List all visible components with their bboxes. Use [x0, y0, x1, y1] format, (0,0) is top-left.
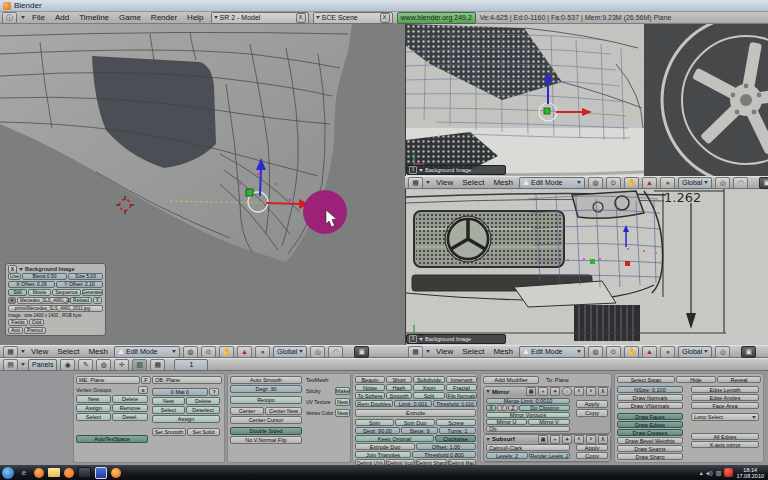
- still-button[interactable]: Still: [8, 289, 27, 296]
- firefox-icon[interactable]: [111, 468, 121, 478]
- image-unlink-button[interactable]: X: [93, 297, 102, 304]
- anti-button[interactable]: Anti: [8, 327, 23, 334]
- autotexspace-button[interactable]: AutoTexSpace: [76, 435, 148, 443]
- edit-toggle-icon[interactable]: +: [538, 387, 548, 396]
- menu-select[interactable]: Select: [459, 347, 487, 356]
- scene-selector[interactable]: SCE Scene X: [313, 12, 393, 24]
- set-solid-button[interactable]: Set Solid: [187, 428, 220, 436]
- menu-timeline[interactable]: Timeline: [76, 13, 112, 22]
- rem-doubles-button[interactable]: Rem Doubles: [355, 400, 393, 407]
- center-button[interactable]: Center: [230, 407, 264, 415]
- editing-context-icon[interactable]: ▧: [132, 359, 147, 371]
- window-type-icon[interactable]: ⓘ: [2, 12, 17, 24]
- subsurf-type-dropdown[interactable]: Catmull-Clark: [486, 444, 570, 451]
- material-deselect-button[interactable]: Deselect: [186, 406, 220, 414]
- panel-expand-icon[interactable]: [419, 169, 423, 172]
- menu-help[interactable]: Help: [184, 13, 206, 22]
- panel-expand-icon[interactable]: [419, 338, 423, 341]
- mirror-ob-field[interactable]: Ob:: [486, 426, 570, 432]
- explorer-folder-icon[interactable]: [48, 468, 60, 477]
- panel-close-icon[interactable]: X: [409, 335, 417, 343]
- mode-dropdown[interactable]: Edit Mode: [519, 177, 585, 189]
- turns-field[interactable]: Turns: 1: [439, 427, 476, 434]
- orientation-dropdown[interactable]: Global: [273, 346, 307, 358]
- spin-button[interactable]: Spin: [355, 419, 394, 426]
- media-player-icon[interactable]: [34, 468, 44, 478]
- odd-button[interactable]: Odd: [29, 319, 44, 326]
- add-modifier-button[interactable]: Add Modifier: [483, 376, 539, 384]
- draw-sharp-button[interactable]: Draw Sharp: [617, 453, 683, 460]
- spin-degr-field[interactable]: Degr: 90.00: [355, 427, 400, 434]
- manipulator-hand-icon[interactable]: ✋: [219, 346, 234, 358]
- draw-mode-icon[interactable]: ◍: [588, 346, 603, 358]
- mirror-z-button[interactable]: Z: [508, 405, 518, 411]
- noise-button[interactable]: Noise: [355, 384, 385, 391]
- draw-edges-button[interactable]: Draw Edges: [617, 421, 683, 428]
- background-image-collapsed[interactable]: X Background Image: [406, 334, 506, 344]
- limit-field[interactable]: Limit: 0.001: [394, 400, 432, 407]
- material-index-field[interactable]: 0 Mat 0: [152, 388, 208, 396]
- generated-button[interactable]: Generated: [82, 289, 103, 296]
- steps-field[interactable]: Steps: 9: [401, 427, 438, 434]
- vertex-color-new-button[interactable]: New: [335, 409, 350, 417]
- pivot-icon[interactable]: ⊙: [606, 177, 621, 189]
- scene-close-icon[interactable]: X: [380, 13, 390, 23]
- scene-browse-icon[interactable]: [316, 16, 320, 19]
- material-select-button[interactable]: Select: [152, 406, 185, 414]
- material-assign-button[interactable]: Assign: [152, 415, 220, 423]
- center-new-button[interactable]: Center New: [265, 407, 302, 415]
- snap-icon[interactable]: ◎: [310, 346, 325, 358]
- mirror-apply-button[interactable]: Apply: [576, 400, 608, 408]
- display-toggle-icon[interactable]: ✦: [550, 387, 560, 396]
- move-up-icon[interactable]: ˄: [574, 387, 584, 396]
- auto-smooth-button[interactable]: Auto Smooth: [230, 376, 302, 384]
- fields-button[interactable]: Fields: [8, 319, 28, 326]
- mode-dropdown[interactable]: Edit Mode: [519, 346, 585, 358]
- no-vnormal-flip-button[interactable]: No V.Normal Flip: [230, 436, 302, 444]
- move-down-icon[interactable]: ˅: [586, 387, 596, 396]
- edit-toggle-icon[interactable]: +: [550, 435, 560, 444]
- merge-limit-field[interactable]: Merge Limit: 0.0010: [486, 398, 570, 404]
- menu-mesh[interactable]: Mesh: [490, 347, 516, 356]
- mirror-vgroups-button[interactable]: Mirror Vgroups: [486, 412, 570, 418]
- menu-game[interactable]: Game: [116, 13, 144, 22]
- proportional-edit-icon[interactable]: ◠: [733, 177, 748, 189]
- fractal-button[interactable]: Fractal: [446, 384, 477, 391]
- draw-faces-button[interactable]: Draw Faces: [617, 413, 683, 420]
- menu-view[interactable]: View: [433, 178, 456, 187]
- to-sphere-button[interactable]: To Sphere: [355, 392, 385, 399]
- join-threshold-field[interactable]: Threshold 0.800: [412, 451, 476, 458]
- spin-dup-button[interactable]: Spin Dup: [395, 419, 435, 426]
- menu-view[interactable]: View: [433, 347, 456, 356]
- vertex-groups-menu-icon[interactable]: ≡: [138, 386, 148, 394]
- script-context-icon[interactable]: ✎: [78, 359, 93, 371]
- snap-icon[interactable]: ◎: [715, 346, 730, 358]
- snap-icon[interactable]: ◎: [715, 177, 730, 189]
- mirror-copy-button[interactable]: Copy: [576, 409, 608, 417]
- antivirus-icon[interactable]: [724, 468, 733, 477]
- vgroup-remove-button[interactable]: Remove: [112, 404, 148, 412]
- paint-app-icon[interactable]: [95, 467, 107, 479]
- hide-button[interactable]: Hide: [676, 376, 716, 383]
- delete-modifier-icon[interactable]: X: [598, 435, 608, 444]
- subdivide-button[interactable]: Subdivide: [413, 376, 445, 383]
- x-axis-mirror-button[interactable]: X-axis mirror: [691, 441, 759, 448]
- menu-file[interactable]: File: [29, 13, 48, 22]
- menu-mesh[interactable]: Mesh: [85, 347, 111, 356]
- subsurf-render-levels-field[interactable]: Render Levels: 2: [529, 452, 570, 459]
- volume-icon[interactable]: ◂)): [706, 469, 713, 476]
- short-button[interactable]: Short: [386, 376, 412, 383]
- premul-button[interactable]: Premul: [24, 327, 46, 334]
- move-down-icon[interactable]: ˅: [586, 435, 596, 444]
- orientation-dropdown[interactable]: Global: [678, 346, 712, 358]
- blender-taskbar-icon[interactable]: [64, 468, 74, 478]
- beauty-button[interactable]: Beauty: [355, 376, 385, 383]
- draw-normals-button[interactable]: Draw Normals: [617, 394, 683, 401]
- material-delete-button[interactable]: Delete: [186, 397, 220, 405]
- vgroup-desel-button[interactable]: Desel.: [112, 413, 148, 421]
- smooth-button[interactable]: Smooth: [386, 392, 412, 399]
- draw-seams-button[interactable]: Draw Seams: [617, 445, 683, 452]
- translate-manipulator-icon[interactable]: ▲: [642, 177, 657, 189]
- draw-bevel-weights-button[interactable]: Draw Bevel Weights: [617, 437, 683, 444]
- xsort-button[interactable]: Xsort: [413, 384, 445, 391]
